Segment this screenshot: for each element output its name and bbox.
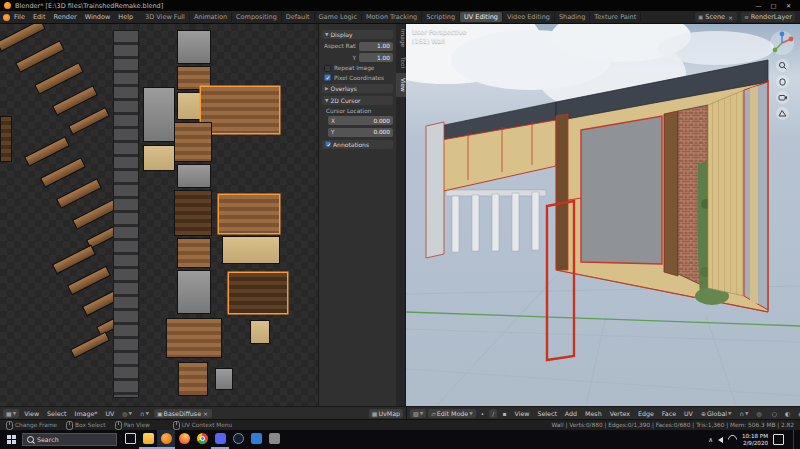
- uv-island[interactable]: [40, 157, 86, 188]
- workspace-tab-video-editing[interactable]: Video Editing: [503, 12, 555, 22]
- shading-solid-button[interactable]: ◐: [782, 409, 793, 418]
- uv-island[interactable]: [15, 40, 65, 73]
- start-button[interactable]: [0, 430, 22, 449]
- uv-menu-image[interactable]: Image*: [72, 409, 101, 418]
- camera-view-icon[interactable]: [776, 91, 789, 104]
- workspace-tab-scripting[interactable]: Scripting: [422, 12, 460, 22]
- sidebar-tab-view[interactable]: View: [396, 73, 406, 97]
- workspace-tab-default[interactable]: Default: [282, 12, 315, 22]
- vp-menu-edge[interactable]: Edge: [635, 409, 657, 418]
- vp-menu-mesh[interactable]: Mesh: [582, 409, 605, 418]
- scene-selector[interactable]: ▣ Scene ×: [695, 12, 737, 22]
- workspace-tab-shading[interactable]: Shading: [555, 12, 590, 22]
- uv-island[interactable]: [218, 194, 280, 234]
- panel-2d-cursor-header[interactable]: ▼ 2D Cursor: [322, 96, 393, 105]
- repeat-image-checkbox[interactable]: [324, 65, 331, 72]
- uv-menu-view[interactable]: View: [21, 409, 42, 418]
- uv-island[interactable]: [177, 30, 211, 64]
- uv-island[interactable]: [0, 116, 12, 162]
- shading-material-button[interactable]: ◉: [795, 409, 800, 418]
- vp-menu-face[interactable]: Face: [659, 409, 679, 418]
- unlink-image-icon[interactable]: ×: [202, 410, 209, 417]
- zoom-icon[interactable]: [776, 59, 789, 72]
- taskbar-app-gimp[interactable]: [265, 430, 283, 449]
- uv-island[interactable]: [67, 266, 111, 296]
- workspace-tab-uv-editing[interactable]: UV Editing: [460, 12, 503, 22]
- pixel-coordinates-checkbox[interactable]: [324, 74, 331, 81]
- uv-island[interactable]: [174, 190, 212, 236]
- uv-island[interactable]: [177, 270, 211, 314]
- uv-island[interactable]: [178, 362, 208, 396]
- menu-render[interactable]: Render: [49, 13, 80, 21]
- navigation-gizmo[interactable]: [769, 30, 795, 56]
- uvmap-selector[interactable]: ▦ UvMap: [369, 409, 403, 418]
- view-layer-selector[interactable]: ≡ RenderLayer: [741, 12, 795, 22]
- workspace-tab-animation[interactable]: Animation: [190, 12, 232, 22]
- uv-island[interactable]: [0, 24, 46, 52]
- taskbar-app-chrome[interactable]: [193, 430, 211, 449]
- uv-island[interactable]: [228, 272, 288, 314]
- uv-island[interactable]: [250, 320, 270, 344]
- uv-island[interactable]: [143, 145, 175, 171]
- sidebar-tab-image[interactable]: Image: [396, 24, 406, 52]
- uv-island[interactable]: [72, 199, 118, 230]
- uv-island[interactable]: [34, 62, 84, 95]
- editor-type-button[interactable]: ▦▼: [3, 409, 19, 418]
- edge-select-mode-button[interactable]: ∕: [489, 409, 497, 418]
- editor-type-button[interactable]: ▧▼: [410, 409, 426, 418]
- action-center-icon[interactable]: [773, 434, 784, 445]
- workspace-tab-compositing[interactable]: Compositing: [232, 12, 282, 22]
- taskbar-app-task-view[interactable]: [121, 430, 139, 449]
- uv-island[interactable]: [222, 236, 280, 264]
- vp-menu-uv[interactable]: UV: [681, 409, 696, 418]
- uv-island[interactable]: [68, 107, 110, 135]
- uv-island[interactable]: [113, 30, 139, 398]
- volume-icon[interactable]: [718, 437, 723, 443]
- uv-island[interactable]: [143, 87, 175, 142]
- uv-island[interactable]: [215, 368, 233, 390]
- pivot-point-dropdown[interactable]: ◎▼: [119, 409, 135, 418]
- minimize-button[interactable]: —: [751, 0, 766, 11]
- vp-menu-view[interactable]: View: [511, 409, 532, 418]
- uv-island[interactable]: [200, 86, 280, 134]
- uv-island[interactable]: [70, 331, 110, 358]
- snapping-dropdown[interactable]: ∩▼: [137, 409, 152, 418]
- menu-file[interactable]: File: [10, 13, 29, 21]
- panel-annotations-header[interactable]: Annotations: [322, 140, 393, 149]
- image-datablock-selector[interactable]: ▣ BaseDiffuse ×: [154, 409, 212, 418]
- taskbar-app-steam[interactable]: [229, 430, 247, 449]
- cursor-x-field[interactable]: X 0.000: [328, 116, 393, 125]
- show-desktop-button[interactable]: [793, 430, 797, 449]
- maximize-button[interactable]: □: [766, 0, 781, 11]
- uv-canvas[interactable]: [0, 24, 319, 406]
- pan-hand-icon[interactable]: [776, 75, 789, 88]
- taskbar-app-firefox[interactable]: [175, 430, 193, 449]
- orientation-dropdown[interactable]: ⊕Global▼: [698, 409, 735, 418]
- taskbar-app-discord[interactable]: [211, 430, 229, 449]
- uv-menu-select[interactable]: Select: [44, 409, 69, 418]
- taskbar-app-photos[interactable]: [247, 430, 265, 449]
- vp-menu-vertex[interactable]: Vertex: [607, 409, 633, 418]
- cursor-y-field[interactable]: Y 0.000: [328, 128, 393, 137]
- menu-window[interactable]: Window: [81, 13, 115, 21]
- workspace-tab-game-logic[interactable]: Game Logic: [315, 12, 362, 22]
- perspective-toggle-icon[interactable]: [776, 107, 789, 120]
- uv-island[interactable]: [52, 245, 96, 275]
- uv-island[interactable]: [24, 136, 70, 167]
- panel-display-header[interactable]: ▼ Display: [322, 30, 393, 39]
- uv-island[interactable]: [166, 318, 222, 358]
- annotations-checkbox[interactable]: [325, 141, 331, 147]
- vertex-select-mode-button[interactable]: ∙: [478, 409, 488, 418]
- menu-help[interactable]: Help: [114, 13, 137, 21]
- uv-island[interactable]: [52, 85, 98, 116]
- vp-menu-add[interactable]: Add: [562, 409, 580, 418]
- taskbar-search-box[interactable]: Search: [22, 433, 117, 446]
- aspect-y-field[interactable]: 1.00: [359, 53, 393, 62]
- sidebar-tab-tool[interactable]: Tool: [396, 52, 406, 73]
- snapping-dropdown[interactable]: ∩▼: [737, 409, 752, 418]
- uv-island[interactable]: [177, 238, 211, 268]
- proportional-edit-button[interactable]: ◎: [753, 409, 764, 418]
- shading-wireframe-button[interactable]: ○: [769, 409, 780, 418]
- aspect-x-field[interactable]: 1.00: [359, 42, 393, 51]
- uv-island[interactable]: [56, 178, 102, 209]
